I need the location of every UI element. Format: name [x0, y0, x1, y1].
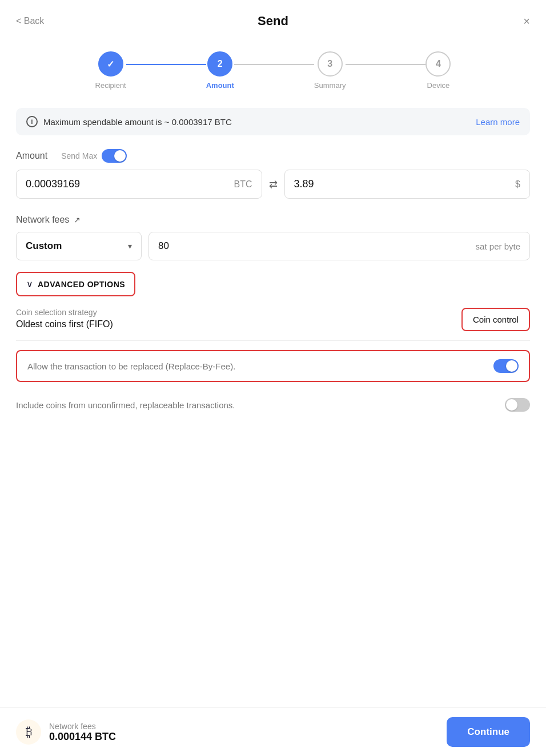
step-connector-3	[346, 64, 425, 65]
stepper: ✓ Recipient 2 Amount 3 Summary 4 Device	[0, 42, 546, 108]
main-content: i Maximum spendable amount is ~ 0.000391…	[0, 108, 546, 420]
amount-row: 0.00039169 BTC ⇄ 3.89 $	[16, 170, 530, 199]
step-amount[interactable]: 2 Amount	[206, 51, 234, 90]
step-circle-amount: 2	[207, 51, 232, 77]
bottom-left: ₿ Network fees 0.000144 BTC	[16, 719, 116, 745]
send-max-label: Send Max	[61, 151, 97, 160]
fee-value: 80	[158, 240, 169, 252]
back-button[interactable]: < Back	[16, 16, 44, 26]
fiat-amount-input[interactable]: 3.89 $	[284, 170, 531, 199]
step-recipient[interactable]: ✓ Recipient	[95, 51, 126, 90]
fees-label: Network fees	[16, 215, 69, 225]
advanced-options-label: ADVANCED OPTIONS	[38, 280, 125, 289]
step-connector-1	[126, 64, 206, 65]
step-label-summary: Summary	[314, 81, 346, 90]
bottom-bar: ₿ Network fees 0.000144 BTC Continue	[0, 707, 546, 756]
fees-row: Custom ▾ 80 sat per byte	[16, 232, 530, 260]
unconfirmed-toggle-row: Include coins from unconfirmed, replacea…	[16, 390, 530, 420]
coin-selection-row: Coin selection strategy Oldest coins fir…	[16, 308, 530, 331]
step-device[interactable]: 4 Device	[425, 51, 451, 90]
divider-1	[16, 340, 530, 341]
step-label-amount: Amount	[206, 81, 234, 90]
learn-more-link[interactable]: Learn more	[476, 117, 520, 127]
fee-type-label: Custom	[26, 240, 62, 252]
bottom-fees-value: 0.000144 BTC	[49, 731, 116, 743]
step-circle-recipient: ✓	[98, 51, 123, 77]
step-connector-2	[234, 64, 314, 65]
btc-currency: BTC	[234, 179, 252, 190]
rbf-label: Allow the transaction to be replaced (Re…	[27, 361, 493, 371]
btc-icon: ₿	[16, 719, 41, 745]
info-banner: i Maximum spendable amount is ~ 0.000391…	[16, 108, 530, 135]
step-circle-device: 4	[425, 51, 451, 77]
fiat-amount-value: 3.89	[294, 178, 314, 190]
info-icon: i	[26, 116, 38, 127]
step-label-recipient: Recipient	[95, 81, 126, 90]
bottom-fees-info: Network fees 0.000144 BTC	[49, 722, 116, 743]
fee-unit: sat per byte	[476, 242, 520, 251]
coin-selection-label: Coin selection strategy	[16, 308, 113, 317]
fee-value-input[interactable]: 80 sat per byte	[148, 232, 530, 260]
info-banner-left: i Maximum spendable amount is ~ 0.000391…	[26, 116, 232, 127]
step-summary[interactable]: 3 Summary	[314, 51, 346, 90]
close-button[interactable]: ×	[523, 15, 530, 28]
fees-header: Network fees ↗	[16, 215, 530, 225]
coin-selection-left: Coin selection strategy Oldest coins fir…	[16, 308, 113, 329]
unconfirmed-toggle[interactable]	[505, 398, 530, 412]
swap-icon[interactable]: ⇄	[269, 178, 278, 191]
send-max-toggle[interactable]	[102, 149, 127, 163]
fee-type-select[interactable]: Custom ▾	[16, 232, 142, 260]
rbf-toggle-row: Allow the transaction to be replaced (Re…	[16, 350, 530, 382]
unconfirmed-label: Include coins from unconfirmed, replacea…	[16, 400, 505, 410]
rbf-toggle[interactable]	[493, 359, 519, 373]
page-title: Send	[258, 14, 288, 29]
advanced-options-button[interactable]: ∨ ADVANCED OPTIONS	[16, 272, 135, 296]
bottom-fees-label: Network fees	[49, 722, 116, 731]
send-max-row: Send Max	[61, 149, 127, 163]
coin-selection-value: Oldest coins first (FIFO)	[16, 319, 113, 329]
chevron-down-icon: ▾	[128, 242, 132, 251]
fiat-currency: $	[515, 179, 520, 190]
external-link-icon[interactable]: ↗	[74, 215, 81, 224]
amount-section-header: Amount Send Max	[16, 149, 530, 163]
amount-label: Amount	[16, 151, 47, 161]
btc-amount-value: 0.00039169	[26, 178, 80, 190]
step-circle-summary: 3	[318, 51, 343, 77]
header: < Back Send ×	[0, 0, 546, 42]
continue-button[interactable]: Continue	[447, 717, 530, 747]
btc-amount-input[interactable]: 0.00039169 BTC	[16, 170, 262, 199]
coin-control-button[interactable]: Coin control	[461, 308, 530, 331]
advanced-options-chevron: ∨	[26, 279, 33, 289]
info-banner-text: Maximum spendable amount is ~ 0.0003917 …	[43, 117, 232, 127]
step-label-device: Device	[427, 81, 450, 90]
